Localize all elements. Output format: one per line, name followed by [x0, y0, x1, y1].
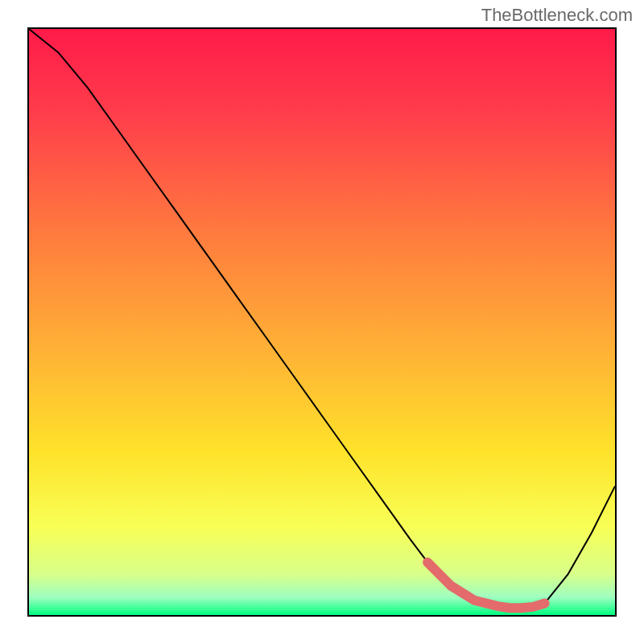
optimal-range-marker: [427, 562, 545, 608]
plot-area: [27, 27, 617, 617]
curve-layer: [29, 29, 615, 615]
watermark-text: TheBottleneck.com: [481, 5, 633, 26]
bottleneck-curve: [29, 29, 615, 608]
bottleneck-chart: TheBottleneck.com: [0, 0, 644, 644]
